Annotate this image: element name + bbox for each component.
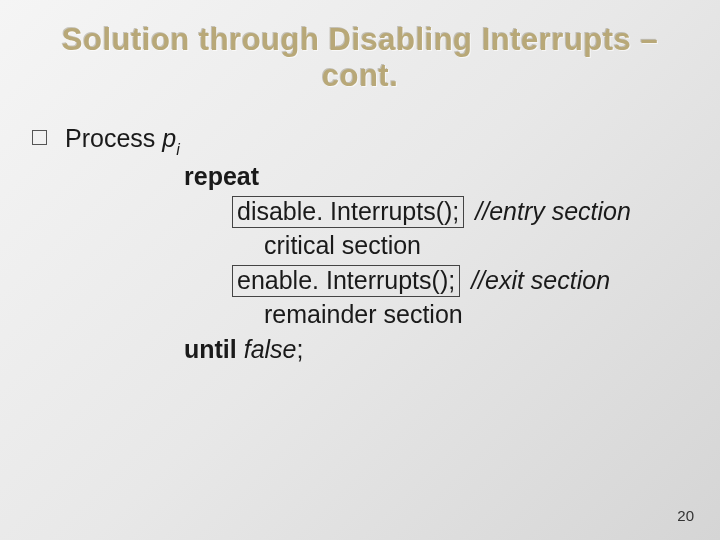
enable-call-box: enable. Interrupts(); (232, 265, 460, 297)
bullet-item: Process pi (32, 121, 720, 159)
repeat-keyword: repeat (184, 162, 259, 190)
code-disable-line: disable. Interrupts(); //entry section (32, 194, 720, 229)
process-label: Process pi (65, 121, 180, 159)
slide-body: Process pi repeat disable. Interrupts();… (0, 103, 720, 366)
entry-comment: //entry section (475, 197, 631, 225)
disable-call-box: disable. Interrupts(); (232, 196, 464, 228)
slide-number: 20 (677, 507, 694, 524)
process-var: p (162, 124, 176, 152)
until-keyword: until (184, 335, 237, 363)
until-condition: false (237, 335, 297, 363)
process-subscript: i (176, 141, 180, 158)
critical-section-text: critical section (264, 231, 421, 259)
exit-comment: //exit section (471, 266, 610, 294)
code-repeat: repeat (32, 159, 720, 194)
until-semicolon: ; (297, 335, 304, 363)
code-critical-line: critical section (32, 228, 720, 263)
remainder-section-text: remainder section (264, 300, 463, 328)
bullet-square-icon (32, 130, 47, 145)
code-enable-line: enable. Interrupts(); //exit section (32, 263, 720, 298)
code-until-line: until false; (32, 332, 720, 367)
title-line-2: cont. (0, 58, 720, 94)
process-prefix: Process (65, 124, 162, 152)
slide-title: Solution through Disabling Interrupts – … (0, 0, 720, 103)
code-remainder-line: remainder section (32, 297, 720, 332)
title-line-1: Solution through Disabling Interrupts – (0, 22, 720, 58)
